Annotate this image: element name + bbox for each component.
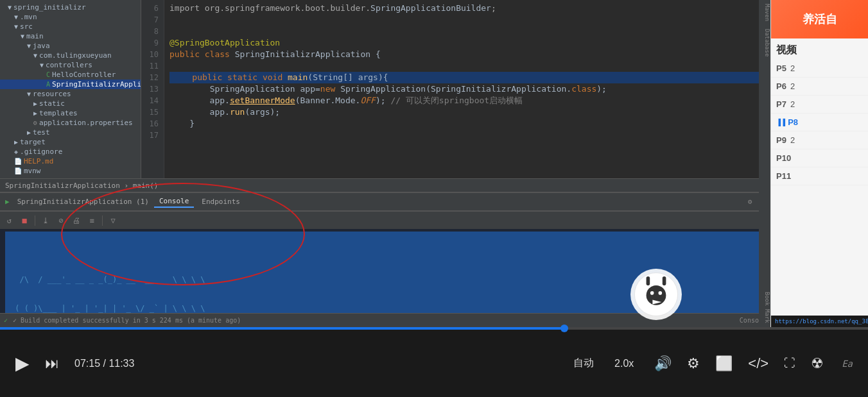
code-line-12: public static void main(String[] args){ …	[169, 72, 765, 83]
breadcrumb-bar: SpringInitializrApplication › main()	[0, 178, 770, 192]
tree-item-mvn[interactable]: ▼ .mvn	[0, 12, 141, 22]
tree-item-app-properties[interactable]: ⚙ application.properties	[0, 118, 141, 128]
scroll-to-end-icon[interactable]: ⤓	[39, 214, 52, 227]
code-line-7	[169, 14, 765, 26]
stop-icon[interactable]: ■	[18, 214, 31, 227]
clear-icon[interactable]: ⊘	[55, 214, 67, 227]
tree-item-gitignore[interactable]: ◈ .gitignore	[0, 147, 141, 156]
tree-item-src[interactable]: ▼ src	[0, 22, 141, 31]
console-tab[interactable]: Console	[154, 196, 194, 208]
tree-item-mvnw[interactable]: 📄 mvnw	[0, 166, 141, 176]
svg-rect-1	[647, 276, 650, 285]
video-player: ▶ ⏭ 07:15 / 11:33 自动 2.0x 🔊 ⚙ ⬜ </>	[0, 327, 868, 397]
vertical-labels: Maven Database Book Mark	[759, 0, 770, 327]
playlist-item-p10[interactable]: P10	[771, 149, 868, 167]
sidebar-section-title: 视频	[771, 38, 868, 60]
sidebar-banner: 养活自	[771, 0, 868, 38]
csdn-link[interactable]: https://blog.csdn.net/qq_389982	[771, 316, 868, 327]
progress-fill	[0, 327, 564, 330]
ea-label: Ea	[842, 359, 853, 369]
player-controls: ▶ ⏭ 07:15 / 11:33 自动 2.0x 🔊 ⚙ ⬜ </>	[0, 330, 868, 397]
code-line-9: @SpringBootApplication	[169, 37, 765, 49]
code-line-6: import org.springframework.boot.builder.…	[169, 3, 765, 14]
code-line-11	[169, 60, 765, 72]
svg-point-5	[659, 291, 663, 295]
playlist-item-p5[interactable]: P5 2	[771, 60, 868, 78]
fullscreen-button[interactable]: ⛶	[784, 357, 795, 370]
code-view-button[interactable]: </>	[748, 355, 768, 372]
file-tree: ▼ spring_initializr ▼ .mvn ▼ src ▼ main …	[0, 0, 141, 178]
code-line-8	[169, 26, 765, 37]
playlist-item-p6[interactable]: P6 2	[771, 78, 868, 96]
play-button[interactable]: ▶	[5, 198, 10, 206]
tree-item-package[interactable]: ▼ com.tulingxueyuan	[0, 51, 141, 60]
svg-point-4	[650, 291, 654, 295]
line-numbers: 6 7 8 9 10 11 12 13 14 15 16 17	[141, 0, 164, 178]
fold-icon[interactable]: ≡	[85, 214, 98, 227]
playlist-item-p8[interactable]: ▐▐ P8	[771, 114, 868, 131]
auto-label[interactable]: 自动	[573, 357, 594, 370]
time-display: 07:15 / 11:33	[74, 358, 134, 369]
volume-button[interactable]: 🔊	[654, 355, 672, 372]
chevron-down-icon: ▼	[8, 4, 12, 11]
settings-button[interactable]: ⚙	[687, 355, 700, 372]
build-status-text: ✓ Build completed successfully in 3 s 22…	[13, 317, 241, 324]
bilibili-icon-svg	[634, 272, 679, 317]
bookmarks-label[interactable]: Book Mark	[759, 288, 770, 327]
danger-button[interactable]: ☢	[811, 355, 824, 372]
progress-knob[interactable]	[560, 325, 568, 332]
playlist-item-p7[interactable]: P7 2	[771, 96, 868, 114]
tree-item-help[interactable]: 📄 HELP.md	[0, 156, 141, 166]
playlist-item-p11[interactable]: P11	[771, 167, 868, 185]
ide-main: ▼ spring_initializr ▼ .mvn ▼ src ▼ main …	[0, 0, 770, 178]
sidebar-banner-text: 养活自	[803, 12, 837, 27]
skip-next-button[interactable]: ⏭	[45, 355, 59, 372]
rerun-icon[interactable]: ↺	[3, 214, 15, 227]
right-sidebar: 养活自 视频 P5 2 P6 2 P7 2 ▐▐ P8 P9 2 P10 P11…	[770, 0, 868, 327]
run-panel-header: ▶ SpringInitializrApplication (1) Consol…	[0, 193, 770, 211]
svg-rect-2	[663, 276, 666, 285]
tree-item-spring-app[interactable]: A SpringInitializrApplication	[0, 80, 141, 89]
filter-icon[interactable]: ▽	[107, 214, 119, 227]
bilibili-player-icon[interactable]	[630, 269, 682, 320]
breadcrumb: SpringInitializrApplication › main()	[5, 182, 158, 190]
play-pause-button[interactable]: ▶	[15, 353, 30, 374]
tree-item-static[interactable]: ▶ static	[0, 99, 141, 108]
screen-button[interactable]: ⬜	[715, 355, 733, 372]
tree-item-main[interactable]: ▼ main	[0, 31, 141, 41]
code-line-14: app.setBannerMode(Banner.Mode.OFF); // 可…	[169, 95, 765, 106]
code-line-15: app.run(args);	[169, 106, 765, 118]
tree-item-root[interactable]: ▼ spring_initializr	[0, 3, 141, 12]
run-tools: ↺ ■ ⤓ ⊘ 🖨 ≡ ▽	[0, 211, 770, 229]
tree-item-hello-controller[interactable]: C HelloController	[0, 70, 141, 80]
tree-item-test[interactable]: ▶ test	[0, 128, 141, 137]
database-label[interactable]: Database	[759, 25, 770, 60]
run-config-label: SpringInitializrApplication (1)	[17, 198, 149, 206]
print-icon[interactable]: 🖨	[70, 214, 83, 227]
code-content[interactable]: import org.springframework.boot.builder.…	[164, 0, 770, 178]
code-line-13: SpringApplication app=new SpringApplicat…	[169, 83, 765, 95]
code-line-16: }	[169, 118, 765, 130]
run-panel-tabs: Console Endpoints	[154, 196, 743, 208]
endpoints-tab[interactable]: Endpoints	[196, 196, 245, 207]
tree-item-controllers[interactable]: ▼ controllers	[0, 60, 141, 70]
tree-item-resources[interactable]: ▼ resources	[0, 89, 141, 99]
tree-item-target[interactable]: ▶ target	[0, 137, 141, 147]
code-editor: 6 7 8 9 10 11 12 13 14 15 16 17 import o…	[141, 0, 770, 178]
settings-icon[interactable]: ⚙	[748, 198, 752, 206]
code-line-10: public class SpringInitializrApplication…	[169, 49, 765, 60]
build-status-icon: ✓	[4, 317, 8, 324]
tree-item-java[interactable]: ▼ java	[0, 41, 141, 51]
maven-label[interactable]: Maven	[759, 0, 770, 25]
playlist-item-p9[interactable]: P9 2	[771, 131, 868, 149]
speed-label[interactable]: 2.0x	[614, 358, 634, 369]
bars-playing-icon: ▐▐	[776, 119, 785, 126]
code-line-17	[169, 130, 765, 141]
tree-item-templates[interactable]: ▶ templates	[0, 108, 141, 118]
progress-bar[interactable]	[0, 327, 868, 330]
